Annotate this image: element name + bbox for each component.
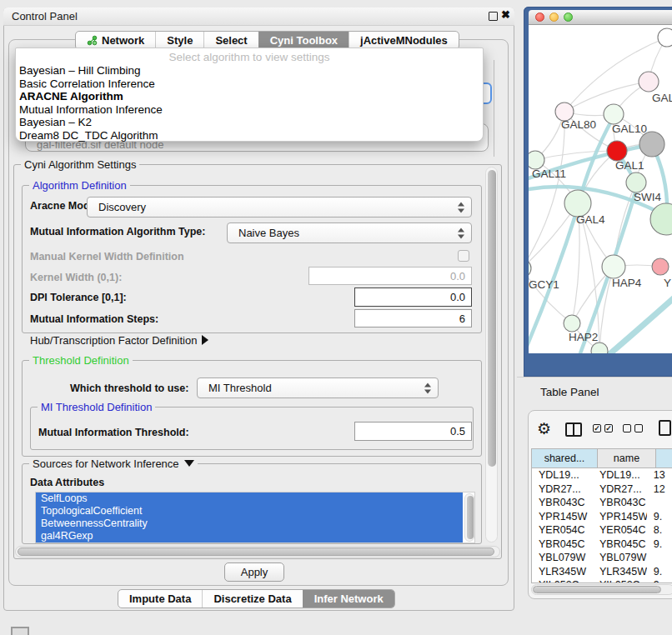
hub-definition-expander[interactable]: Hub/Transcription Factor Definition [30,334,208,347]
aracne-mode-combo[interactable]: Discovery [87,197,472,218]
table-row[interactable]: YPR145WYPR145W9. [532,510,672,524]
expander-right-icon [202,335,208,345]
network-node-gal10 [604,104,624,124]
table-row[interactable]: YER054CYER054C8. [532,523,672,538]
float-window-icon[interactable] [489,12,498,21]
table-cell: YDR27... [532,482,593,497]
close-traffic-light-icon[interactable] [535,12,544,22]
manual-kernel-label: Manual Kernel Width Definition [30,251,184,262]
tab-network[interactable]: Network [76,32,155,49]
network-node-gray [639,132,664,157]
network-canvas[interactable]: GALGAL80GAL10GAL1GAL11SWI4GAL4GCY1HAP4YH… [529,25,672,353]
table-row[interactable]: YLR345WYLR345W9. [532,565,672,579]
network-node-hap2 [564,315,580,332]
table-row[interactable]: YBR043CYBR043C [532,496,672,510]
table-cell: YIL052C [593,578,647,583]
zoom-traffic-light-icon[interactable] [564,12,573,22]
manual-kernel-checkbox[interactable] [458,250,469,262]
tab-jactivemnodules[interactable]: jActiveMNodules [349,32,459,49]
table-cell: YIL052C [532,578,593,583]
hub-definition-label: Hub/Transcription Factor Definition [30,334,197,347]
table-cell: YLR345W [593,565,647,579]
which-threshold-combo[interactable]: MI Threshold [197,378,439,398]
control-panel-titlebar [3,8,514,26]
table-cell: 9 [647,578,672,583]
node-label-red: GAL1 [615,159,644,172]
tab-style[interactable]: Style [155,32,203,49]
table-cell: YBR045C [593,538,647,552]
attribute-item-selfloops[interactable]: SelfLoops [36,492,463,505]
table-cell: YPR145W [532,510,593,524]
network-icon [87,35,98,46]
settings-group-title: Cyni Algorithm Settings [21,158,139,171]
table-row[interactable]: YBL079WYBL079W [532,551,672,565]
gear-icon[interactable]: ⚙ [537,419,551,438]
dpi-tolerance-field[interactable]: 0.0 [354,288,472,307]
column-header-name[interactable]: name [598,449,656,468]
apply-button[interactable]: Apply [224,562,284,582]
tab-discretize-data[interactable]: Discretize Data [202,590,302,608]
dropdown-item-bayesian-k2[interactable]: Bayesian – K2 [16,116,483,129]
attribute-item-gal4rgexp[interactable]: gal4RGexp [36,530,463,542]
dropdown-item-dream8-dc-tdc-algorithm[interactable]: Dream8 DC_TDC Algorithm [16,129,483,142]
table-cell: 13 [647,468,672,482]
node-table[interactable]: shared...nameA YDL19...YDL19...13YDR27..… [531,448,672,583]
mi-type-combo[interactable]: Naive Bayes [227,222,472,243]
tab-label: Cyni Toolbox [270,34,338,47]
minimize-traffic-light-icon[interactable] [549,12,559,22]
table-row[interactable]: YDL19...YDL19...13 [532,468,672,482]
tab-impute-data[interactable]: Impute Data [118,590,202,608]
attributes-list-scrollbar[interactable] [464,493,474,542]
data-attributes-list[interactable]: SelfLoopsTopologicalCoefficientBetweenne… [35,492,475,543]
dropdown-item-mutual-information-inference[interactable]: Mutual Information Inference [16,103,483,117]
deselect-all-checkbox-icon[interactable] [634,424,643,432]
dropdown-item-bayesian-hill-climbing[interactable]: Bayesian – Hill Climbing [16,64,483,78]
dropdown-item-basic-correlation-inference[interactable]: Basic Correlation Inference [16,78,483,91]
sources-group-title[interactable]: Sources for Network Inference [29,458,198,470]
data-attributes-label: Data Attributes [30,477,104,488]
tab-label: Impute Data [129,592,191,605]
mi-steps-label: Mutual Information Steps: [30,313,158,325]
export-table-icon[interactable] [659,420,671,436]
dropdown-item-aracne-algorithm[interactable]: ARACNE Algorithm [16,90,483,103]
table-horizontal-scrollbar[interactable] [531,584,672,595]
mi-steps-field[interactable]: 6 [354,309,472,328]
network-node-swi4 [626,172,646,192]
split-columns-icon[interactable] [565,422,582,437]
node-label-gal10: GAL10 [612,122,647,135]
table-header-row: shared...nameA [532,449,672,468]
threshold-definition-title: Threshold Definition [29,354,133,367]
node-label-gcy1: GCY1 [529,278,559,291]
tab-infer-network[interactable]: Infer Network [303,590,394,608]
table-cell: YLR345W [532,565,593,579]
table-row[interactable]: YIL052CYIL052C9 [532,578,672,583]
tab-cyni-toolbox[interactable]: Cyni Toolbox [258,32,349,49]
tab-label: Select [215,34,247,47]
select-all-checkbox-icon[interactable]: ✓ [604,424,613,432]
node-label-gal4: GAL4 [576,213,605,226]
table-row[interactable]: YBR045CYBR045C9. [532,538,672,552]
settings-horizontal-scrollbar[interactable] [15,546,500,558]
mi-threshold-field[interactable]: 0.5 [354,422,472,441]
aracne-mode-value: Discovery [98,201,146,213]
column-header-a[interactable]: A [656,449,672,468]
tab-label: jActiveMNodules [360,34,448,47]
bird-eye-view-button[interactable] [11,627,29,635]
close-icon[interactable]: ✖ [501,8,510,21]
kernel-width-field[interactable]: 0.0 [308,267,472,285]
tab-select[interactable]: Select [203,32,258,49]
tab-label: Discretize Data [213,592,291,605]
inference-groupbox-edge [494,60,494,157]
settings-vertical-scrollbar[interactable] [485,167,498,542]
table-cell: 9. [647,538,672,552]
attribute-item-betweennesscentrality[interactable]: BetweennessCentrality [36,518,463,530]
column-header-shared-[interactable]: shared... [532,449,598,468]
deselect-all-checkbox-icon[interactable] [623,424,631,432]
table-panel-title: Table Panel [540,386,599,398]
attribute-item-topologicalcoefficient[interactable]: TopologicalCoefficient [36,505,463,518]
dpi-tolerance-label: DPI Tolerance [0,1]: [30,292,127,303]
select-all-checkbox-icon[interactable]: ✓ [593,424,601,432]
table-row[interactable]: YDR27...YDR27...12 [532,482,672,497]
table-cell [647,496,672,510]
node-label-gal80: GAL80 [561,118,596,131]
